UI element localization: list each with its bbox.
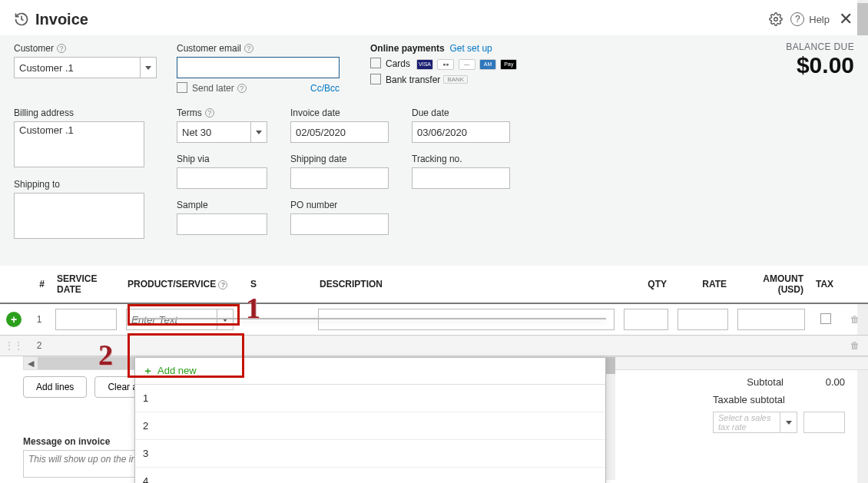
amount-input[interactable]	[737, 309, 805, 330]
row-number: 1	[28, 303, 51, 336]
description-input[interactable]	[318, 309, 615, 330]
rate-input[interactable]	[678, 309, 728, 330]
send-later-checkbox[interactable]: Send later	[177, 83, 247, 94]
annotation-number-1: 1	[246, 291, 260, 325]
line-row: ⋮⋮ 2 🗑	[0, 336, 868, 356]
sample-input[interactable]	[177, 213, 267, 235]
help-label[interactable]: Help	[809, 14, 830, 25]
customer-label: Customer	[14, 43, 158, 54]
plus-icon: ＋	[143, 365, 153, 376]
shipping-to-input[interactable]	[14, 193, 144, 239]
tracking-no-label: Tracking no.	[412, 154, 512, 164]
scroll-left-icon[interactable]: ◀	[24, 357, 38, 369]
dropdown-item[interactable]: 4	[135, 468, 605, 483]
mastercard-icon: ●●	[437, 59, 454, 70]
help-icon[interactable]: ?	[790, 12, 804, 26]
terms-label: Terms	[177, 108, 269, 118]
drag-handle-icon[interactable]: ⋮⋮	[0, 336, 28, 356]
po-number-label: PO number	[290, 200, 390, 210]
dropdown-item[interactable]: 1	[135, 385, 605, 412]
customer-email-input[interactable]	[177, 57, 340, 78]
visa-icon: VISA	[416, 59, 433, 70]
get-set-up-link[interactable]: Get set up	[449, 43, 492, 54]
close-icon[interactable]: ✕	[837, 9, 854, 29]
help-dot-icon[interactable]	[205, 108, 214, 117]
chevron-down-icon	[256, 131, 262, 134]
add-lines-button[interactable]: Add lines	[23, 376, 87, 398]
tax-checkbox[interactable]	[820, 313, 831, 324]
sample-label: Sample	[177, 200, 269, 210]
row-number: 2	[28, 336, 51, 356]
billing-address-input[interactable]: Customer .1	[14, 121, 144, 167]
col-amount: AMOUNT (USD)	[733, 266, 810, 303]
bank-badge-icon: BANK	[443, 75, 468, 84]
tax-rate-select[interactable]: Select a sales tax rate	[713, 412, 797, 433]
delete-row-icon[interactable]: 🗑	[842, 303, 868, 336]
svg-point-0	[774, 18, 778, 22]
dropdown-item[interactable]: 2	[135, 412, 605, 440]
col-description: DESCRIPTION	[313, 266, 619, 303]
shipping-date-label: Shipping date	[290, 154, 390, 164]
customer-dropdown-button[interactable]	[140, 57, 157, 78]
history-icon[interactable]	[14, 12, 29, 27]
balance-due-block: BALANCE DUE $0.00	[786, 41, 854, 78]
tax-amount-input[interactable]	[803, 412, 845, 433]
add-line-icon[interactable]: +	[6, 312, 22, 327]
product-service-select[interactable]	[126, 309, 217, 330]
qty-input[interactable]	[624, 309, 668, 330]
help-dot-icon[interactable]	[57, 44, 66, 53]
subtotal-label: Subtotal	[653, 376, 784, 388]
cards-checkbox[interactable]	[370, 58, 381, 68]
col-num: #	[28, 266, 51, 303]
help-dot-icon[interactable]	[237, 84, 247, 93]
due-date-input[interactable]	[412, 121, 510, 143]
gear-icon[interactable]	[769, 12, 783, 26]
bank-transfer-label: Bank transfer	[386, 74, 440, 85]
invoice-date-input[interactable]	[290, 121, 389, 143]
balance-due-amount: $0.00	[786, 52, 854, 78]
customer-select[interactable]	[14, 57, 140, 78]
invoice-date-label: Invoice date	[290, 108, 390, 118]
delete-row-icon[interactable]: 🗑	[842, 336, 868, 356]
bank-transfer-checkbox[interactable]	[370, 74, 381, 84]
chevron-down-icon	[145, 66, 151, 70]
col-service-date: SERVICE DATE	[51, 266, 121, 303]
discover-icon: —	[459, 59, 475, 70]
shipping-date-input[interactable]	[290, 167, 389, 189]
col-product-service: PRODUCT/SERVICE	[128, 279, 216, 289]
help-dot-icon[interactable]	[244, 44, 253, 53]
dropdown-item[interactable]: 3	[135, 440, 605, 468]
ccbcc-link[interactable]: Cc/Bcc	[310, 83, 340, 94]
col-rate: RATE	[673, 266, 733, 303]
dropdown-add-new[interactable]: ＋Add new	[135, 358, 605, 385]
col-qty: QTY	[619, 266, 673, 303]
page-title: Invoice	[35, 11, 769, 28]
customer-email-label: Customer email	[177, 43, 352, 54]
po-number-input[interactable]	[290, 213, 389, 235]
balance-due-label: BALANCE DUE	[786, 41, 854, 52]
col-tax: TAX	[810, 266, 842, 303]
taxable-subtotal-label: Taxable subtotal	[653, 394, 845, 405]
product-dropdown-button[interactable]	[217, 309, 234, 330]
subtotal-value: 0.00	[807, 376, 845, 388]
apple-pay-icon: Pay	[500, 59, 517, 70]
cards-label: Cards	[386, 58, 410, 69]
amex-icon: AM	[479, 59, 496, 70]
online-payments-label: Online payments	[370, 43, 445, 54]
tracking-no-input[interactable]	[412, 167, 510, 189]
service-date-input[interactable]	[55, 309, 117, 330]
tax-dropdown-button[interactable]	[780, 412, 797, 432]
ship-via-input[interactable]	[177, 167, 267, 189]
due-date-label: Due date	[412, 108, 512, 118]
terms-dropdown-button[interactable]	[250, 121, 267, 143]
terms-select[interactable]	[177, 121, 250, 143]
product-dropdown-list	[134, 318, 606, 319]
billing-address-label: Billing address	[14, 108, 158, 118]
product-dropdown-panel: ＋Add new 1 2 3 4	[134, 357, 606, 483]
annotation-number-2: 2	[98, 338, 113, 372]
help-dot-icon[interactable]	[218, 280, 227, 289]
ship-via-label: Ship via	[177, 154, 269, 164]
chevron-down-icon	[786, 421, 792, 425]
shipping-to-label: Shipping to	[14, 179, 158, 190]
dropdown-scrollbar[interactable]	[606, 357, 615, 480]
